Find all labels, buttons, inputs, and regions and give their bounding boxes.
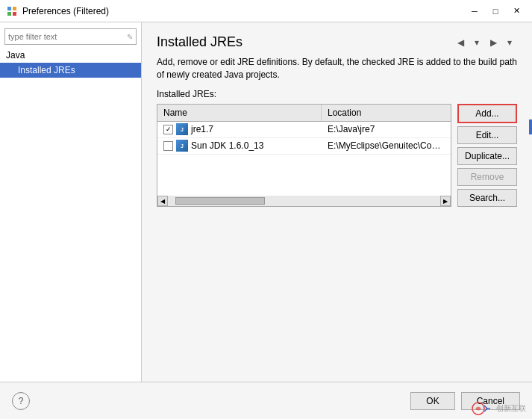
filter-input[interactable] <box>8 32 127 41</box>
back-button[interactable]: ◀ <box>453 35 468 50</box>
column-header-location: Location <box>322 105 451 121</box>
content-header: Installed JREs ◀ ▾ ▶ ▾ <box>157 34 517 50</box>
filter-icon: ✎ <box>127 33 133 41</box>
svg-rect-0 <box>7 7 11 10</box>
page-title: Installed JREs <box>157 34 242 50</box>
minimize-button[interactable]: ─ <box>465 3 484 19</box>
jre2-checkbox[interactable] <box>163 141 173 151</box>
section-label: Installed JREs: <box>157 89 517 99</box>
ok-button[interactable]: OK <box>410 392 454 410</box>
window-title: Preferences (Filtered) <box>22 6 465 16</box>
jre2-location-cell: E:\MyEclipse\Genuitec\Common\binar <box>322 139 451 152</box>
sidebar: ✎ Java Installed JREs <box>0 22 142 382</box>
jre1-icon: J <box>176 123 188 135</box>
watermark: 创新互联 <box>471 401 526 416</box>
sidebar-category-java[interactable]: Java <box>0 48 141 63</box>
content-area: Installed JREs ◀ ▾ ▶ ▾ Add, remove or ed… <box>142 22 532 382</box>
svg-rect-2 <box>7 12 11 16</box>
scroll-left-button[interactable]: ◀ <box>157 196 168 206</box>
edit-button[interactable]: Edit... <box>457 126 517 144</box>
table-row[interactable]: J jre1.7 E:\Java\jre7 <box>157 122 451 138</box>
action-buttons: Add... Edit... Duplicate... Remove Searc… <box>457 104 517 207</box>
jre2-icon: J <box>176 140 188 152</box>
table-row[interactable]: J Sun JDK 1.6.0_13 E:\MyEclipse\Genuitec… <box>157 138 451 155</box>
bottom-bar: ? OK Cancel <box>0 382 532 419</box>
duplicate-button[interactable]: Duplicate... <box>457 147 517 165</box>
scroll-right-button[interactable]: ▶ <box>440 196 451 206</box>
add-button[interactable]: Add... <box>457 104 517 123</box>
close-button[interactable]: ✕ <box>507 3 526 19</box>
jre1-checkbox[interactable] <box>163 125 173 134</box>
jre1-location-cell: E:\Java\jre7 <box>322 122 451 136</box>
horizontal-scrollbar[interactable]: ◀ ▶ <box>157 196 451 206</box>
jre1-name-cell: J jre1.7 <box>157 122 322 137</box>
title-bar: Preferences (Filtered) ─ □ ✕ <box>0 0 532 22</box>
window-controls: ─ □ ✕ <box>465 3 526 19</box>
forward-button[interactable]: ▶ <box>486 35 501 50</box>
description-text: Add, remove or edit JRE definitions. By … <box>157 56 517 81</box>
app-icon <box>6 5 18 17</box>
back-dropdown-button[interactable]: ▾ <box>469 35 484 50</box>
svg-rect-1 <box>13 7 16 10</box>
table-wrapper: Name Location J jre1.7 E:\Java\jre7 <box>157 104 517 207</box>
column-header-name: Name <box>157 105 322 121</box>
maximize-button[interactable]: □ <box>486 3 505 19</box>
jre2-name-cell: J Sun JDK 1.6.0_13 <box>157 138 322 153</box>
filter-input-container[interactable]: ✎ <box>4 28 137 45</box>
help-button[interactable]: ? <box>12 392 30 410</box>
sidebar-item-installed-jres[interactable]: Installed JREs <box>0 63 141 78</box>
remove-button[interactable]: Remove <box>457 168 517 186</box>
forward-dropdown-button[interactable]: ▾ <box>502 35 517 50</box>
jre-table: Name Location J jre1.7 E:\Java\jre7 <box>157 104 451 207</box>
svg-rect-3 <box>13 12 16 16</box>
scroll-thumb[interactable] <box>175 197 265 205</box>
navigation-arrows: ◀ ▾ ▶ ▾ <box>453 35 517 50</box>
search-button[interactable]: Search... <box>457 189 517 207</box>
right-edge-accent <box>529 120 532 134</box>
scroll-track[interactable] <box>168 196 440 206</box>
table-header: Name Location <box>157 105 451 122</box>
table-body: J jre1.7 E:\Java\jre7 J Sun JDK 1.6.0_13 <box>157 122 451 196</box>
